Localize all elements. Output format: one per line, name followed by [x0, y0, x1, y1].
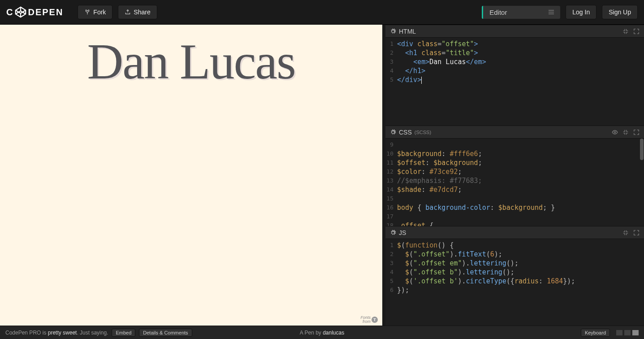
preview-title: Dan Lucas: [0, 33, 382, 91]
line-number: 17: [385, 212, 397, 221]
codepen-logo[interactable]: C DEPEN: [6, 6, 63, 18]
code-line[interactable]: 14$shade: #e7dcd7;: [385, 185, 644, 194]
code-line[interactable]: 13//$emphasis: #f77683;: [385, 176, 644, 185]
share-icon: [125, 9, 131, 15]
code-line[interactable]: 18.offset {: [385, 221, 644, 226]
code-editor-css[interactable]: 910$background: #fff6e6;11$offset: $back…: [385, 139, 644, 226]
line-number: 14: [385, 185, 397, 194]
code-line[interactable]: 2 $(".offset").fitText(6);: [385, 250, 644, 259]
fork-label: Fork: [93, 9, 106, 16]
view-selector[interactable]: Editor: [482, 6, 560, 19]
line-number: 5: [385, 277, 397, 286]
panel-html-header: HTML: [385, 25, 644, 38]
code-line[interactable]: 4 </h1>: [385, 66, 644, 75]
panel-css-label: CSS: [399, 129, 412, 136]
gear-icon[interactable]: [390, 28, 396, 35]
line-number: 12: [385, 167, 397, 176]
code-line[interactable]: 17: [385, 212, 644, 221]
app-header: C DEPEN Fork Share Editor Log In Sign Up: [0, 0, 644, 25]
hamburger-icon: [549, 10, 554, 14]
gear-icon[interactable]: [390, 230, 396, 236]
author-link[interactable]: danlucas: [323, 330, 344, 336]
code-line[interactable]: 5 $('.offset b').circleType({radius: 168…: [385, 277, 644, 286]
code-line[interactable]: 12$color: #73ce92;: [385, 167, 644, 176]
panel-js-header: JS: [385, 226, 644, 239]
line-number: 2: [385, 48, 397, 57]
panel-html: HTML 1<div class="offset">2 <h1 class="t…: [385, 25, 644, 126]
line-number: 10: [385, 149, 397, 158]
preview-pane: Dan Lucas Fonts from T: [0, 25, 385, 326]
keyboard-button[interactable]: Keyboard: [581, 329, 610, 337]
code-line[interactable]: 3 $(".offset em").lettering();: [385, 259, 644, 268]
line-number: 1: [385, 39, 397, 48]
promo-text: CodePen PRO is pretty sweet. Just saying…: [5, 330, 108, 336]
panel-js-label: JS: [399, 229, 406, 236]
compress-icon[interactable]: [622, 28, 629, 35]
signup-button[interactable]: Sign Up: [602, 5, 638, 19]
expand-icon[interactable]: [633, 129, 640, 135]
gear-icon[interactable]: [390, 129, 396, 135]
line-number: 4: [385, 66, 397, 75]
signup-label: Sign Up: [609, 9, 631, 16]
code-line[interactable]: 15: [385, 194, 644, 203]
panel-html-label: HTML: [399, 28, 416, 35]
code-line[interactable]: 1<div class="offset">: [385, 39, 644, 48]
code-line[interactable]: 16body { background-color: $background; …: [385, 203, 644, 212]
fork-icon: [84, 9, 91, 15]
panel-css-sublabel: (SCSS): [415, 130, 431, 135]
code-line[interactable]: 2 <h1 class="title">: [385, 48, 644, 57]
expand-icon[interactable]: [633, 28, 640, 35]
view-selector-label: Editor: [489, 9, 507, 16]
typekit-icon: T: [372, 317, 378, 323]
logo-text-left: C: [6, 7, 13, 17]
code-line[interactable]: 1$(function() {: [385, 241, 644, 250]
line-number: 3: [385, 259, 397, 268]
compress-icon[interactable]: [622, 129, 629, 135]
code-line[interactable]: 9: [385, 140, 644, 149]
line-number: 1: [385, 241, 397, 250]
compress-icon[interactable]: [622, 230, 629, 236]
layout-option-1[interactable]: [616, 330, 622, 335]
share-label: Share: [134, 9, 150, 16]
code-line[interactable]: 4 $(".offset b").lettering();: [385, 268, 644, 277]
fork-button[interactable]: Fork: [78, 5, 112, 19]
share-button[interactable]: Share: [118, 5, 157, 19]
text-cursor: [421, 77, 422, 84]
line-number: 6: [385, 286, 397, 295]
layout-option-2[interactable]: [624, 330, 631, 335]
codepen-logo-icon: [14, 6, 27, 18]
logo-text-right: DEPEN: [28, 7, 63, 17]
fonts-badge[interactable]: Fonts from T: [360, 316, 378, 324]
expand-icon[interactable]: [633, 230, 640, 236]
main-area: Dan Lucas Fonts from T HTML 1<div class=…: [0, 25, 644, 326]
code-line[interactable]: 3 <em>Dan Lucas</em>: [385, 57, 644, 66]
code-line[interactable]: 6});: [385, 286, 644, 295]
code-line[interactable]: 11$offset: $background;: [385, 158, 644, 167]
code-line[interactable]: 10$background: #fff6e6;: [385, 149, 644, 158]
panel-css-header: CSS (SCSS): [385, 126, 644, 139]
details-button[interactable]: Details & Comments: [139, 329, 192, 337]
editors-column: HTML 1<div class="offset">2 <h1 class="t…: [385, 25, 644, 326]
svg-point-3: [614, 131, 616, 133]
line-number: 4: [385, 268, 397, 277]
line-number: 18: [385, 221, 397, 226]
code-editor-js[interactable]: 1$(function() {2 $(".offset").fitText(6)…: [385, 239, 644, 326]
login-label: Log In: [572, 9, 590, 16]
line-number: 13: [385, 176, 397, 185]
line-number: 16: [385, 203, 397, 212]
eye-icon[interactable]: [612, 129, 618, 135]
panel-js: JS 1$(function() {2 $(".offset").fitText…: [385, 226, 644, 326]
fonts-badge-bottom: from: [363, 320, 371, 324]
scrollbar-thumb[interactable]: [640, 139, 644, 160]
layout-switcher: [616, 330, 639, 335]
code-editor-html[interactable]: 1<div class="offset">2 <h1 class="title"…: [385, 38, 644, 126]
embed-button[interactable]: Embed: [112, 329, 135, 337]
code-line[interactable]: 5</div>: [385, 75, 644, 84]
login-button[interactable]: Log In: [566, 5, 596, 19]
line-number: 11: [385, 158, 397, 167]
line-number: 3: [385, 57, 397, 66]
line-number: 15: [385, 194, 397, 203]
app-footer: CodePen PRO is pretty sweet. Just saying…: [0, 326, 644, 339]
pen-byline: A Pen by danlucas: [300, 330, 344, 336]
layout-option-3[interactable]: [632, 330, 639, 335]
